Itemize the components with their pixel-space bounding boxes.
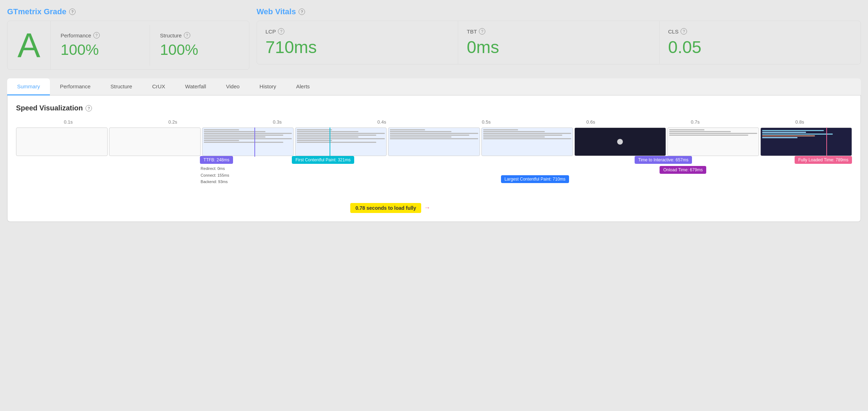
speed-viz-help-icon[interactable]: ? <box>86 105 92 111</box>
cls-label: CLS ? <box>668 28 852 35</box>
page-line <box>297 142 376 143</box>
grade-card: A Performance ? 100% Structure ? <box>7 21 249 70</box>
speed-viz: 0.1s 0.2s 0.3s 0.4s 0.5s 0.6s 0.7s 0.8s <box>16 119 852 213</box>
main-container: GTmetrix Grade ? A Performance ? 100% <box>0 0 868 411</box>
grade-help-icon[interactable]: ? <box>69 9 76 15</box>
screenshot-2 <box>109 128 201 156</box>
vitals-help-icon[interactable]: ? <box>299 9 305 15</box>
page-line <box>204 142 283 143</box>
tabs-and-content: Summary Performance Structure CrUX Water… <box>7 78 861 222</box>
fully-loaded-vertical-line <box>826 128 827 157</box>
tab-history[interactable]: History <box>249 78 286 95</box>
page-line <box>297 129 332 130</box>
screenshot-4 <box>295 128 387 156</box>
page-line <box>297 138 385 139</box>
tick-07: 0.7s <box>643 119 748 125</box>
fcp-label: First Contentful Paint: 321ms <box>292 156 354 164</box>
page-line <box>297 136 358 137</box>
screenshot-6 <box>481 128 573 156</box>
performance-value: 100% <box>61 41 140 58</box>
screenshot-1 <box>16 128 108 156</box>
cls-value: 0.05 <box>668 37 852 57</box>
page-line <box>669 135 748 136</box>
tab-waterfall[interactable]: Waterfall <box>175 78 216 95</box>
structure-label: Structure ? <box>160 32 239 38</box>
structure-value: 100% <box>160 41 239 58</box>
screenshot-7 <box>574 128 666 156</box>
tick-05: 0.5s <box>434 119 538 125</box>
onload-label: Onload Time: 679ms <box>660 166 706 174</box>
tab-summary[interactable]: Summary <box>7 78 50 95</box>
ttfb-backend: Backend: 93ms <box>201 178 229 185</box>
structure-metric: Structure ? 100% <box>150 25 249 66</box>
tab-performance[interactable]: Performance <box>50 78 100 95</box>
page-line <box>483 138 571 139</box>
screenshots-container: TTFB: 248ms Redirect: 0ms Connect: 155ms… <box>16 128 852 213</box>
tick-08: 0.8s <box>748 119 852 125</box>
page-line <box>483 131 545 132</box>
markers-area: TTFB: 248ms Redirect: 0ms Connect: 155ms… <box>16 156 852 213</box>
speed-viz-title: Speed Visualization ? <box>16 104 852 112</box>
fully-loaded-note: 0.78 seconds to load fully → <box>350 203 430 213</box>
vitals-section: Web Vitals ? LCP ? 710ms TBT ? 0ms <box>257 7 861 70</box>
tab-alerts[interactable]: Alerts <box>286 78 320 95</box>
content-area: Speed Visualization ? 0.1s 0.2s 0.3s 0.4… <box>7 95 861 222</box>
fully-loaded-note-text: 0.78 seconds to load fully <box>350 203 421 213</box>
tick-04: 0.4s <box>330 119 434 125</box>
ttfb-marker: TTFB: 248ms Redirect: 0ms Connect: 155ms… <box>200 156 233 185</box>
lcp-help-icon[interactable]: ? <box>278 28 284 35</box>
ttfb-connect: Connect: 155ms <box>201 172 229 179</box>
lcp-marker: Largest Contentful Paint: 710ms <box>501 175 569 183</box>
fcp-marker: First Contentful Paint: 321ms <box>292 156 354 164</box>
lcp-item: LCP ? 710ms <box>257 21 458 64</box>
performance-help-icon[interactable]: ? <box>93 32 100 38</box>
tick-03: 0.3s <box>225 119 330 125</box>
page-line <box>204 140 239 141</box>
tab-crux[interactable]: CrUX <box>142 78 175 95</box>
lcp-label: LCP ? <box>265 28 449 35</box>
tti-label: Time to Interactive: 657ms <box>635 156 692 164</box>
page-line <box>204 131 265 132</box>
page-line <box>390 138 478 139</box>
cls-item: CLS ? 0.05 <box>660 21 861 64</box>
cls-help-icon[interactable]: ? <box>681 28 687 35</box>
grade-section: GTmetrix Grade ? A Performance ? 100% <box>7 7 249 70</box>
page-line <box>297 135 376 136</box>
page-line <box>297 140 332 141</box>
time-axis: 0.1s 0.2s 0.3s 0.4s 0.5s 0.6s 0.7s 0.8s <box>16 119 852 125</box>
tti-marker: Time to Interactive: 657ms <box>635 156 692 164</box>
tbt-help-icon[interactable]: ? <box>479 28 485 35</box>
page-line <box>204 138 292 139</box>
onload-marker: Onload Time: 679ms <box>660 166 706 174</box>
screenshot-3 <box>202 128 294 156</box>
grade-section-title: GTmetrix Grade ? <box>7 7 249 16</box>
performance-metric: Performance ? 100% <box>51 25 150 66</box>
page-line <box>483 135 562 136</box>
grade-title-text: GTmetrix Grade <box>7 7 66 16</box>
tab-structure[interactable]: Structure <box>100 78 142 95</box>
page-line <box>483 133 571 134</box>
page-line <box>390 129 425 130</box>
page-line <box>297 131 358 132</box>
fully-loaded-label: Fully Loaded Time: 789ms <box>795 156 852 164</box>
tick-06: 0.6s <box>538 119 643 125</box>
grade-letter-box: A <box>7 21 51 69</box>
page-line <box>669 129 704 130</box>
page-line <box>390 133 478 134</box>
ttfb-vertical-line <box>254 128 255 157</box>
structure-help-icon[interactable]: ? <box>184 32 190 38</box>
page-line <box>204 133 292 134</box>
screenshot-8 <box>667 128 759 156</box>
lcp-value: 710ms <box>265 37 449 57</box>
grade-metrics: Performance ? 100% Structure ? 100% <box>51 25 249 66</box>
screenshots-row <box>16 128 852 156</box>
tab-video[interactable]: Video <box>216 78 249 95</box>
tbt-value: 0ms <box>467 37 651 57</box>
tbt-label: TBT ? <box>467 28 651 35</box>
page-line <box>390 136 451 137</box>
fully-loaded-marker: Fully Loaded Time: 789ms <box>795 156 852 164</box>
arrow-icon: → <box>424 204 430 211</box>
top-section: GTmetrix Grade ? A Performance ? 100% <box>7 7 861 70</box>
page-line <box>204 135 283 136</box>
page-line <box>204 129 239 130</box>
